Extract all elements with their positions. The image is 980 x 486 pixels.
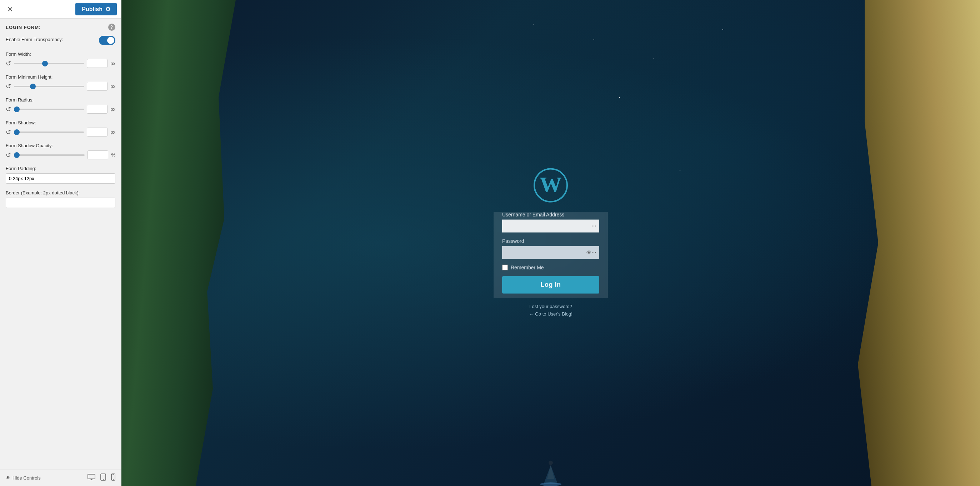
gear-icon: ⚙ bbox=[105, 6, 110, 13]
form-radius-slider-row: ↺ 0 px bbox=[6, 105, 115, 114]
form-shadow-input[interactable]: 0 bbox=[87, 127, 108, 137]
tablet-icon-button[interactable] bbox=[100, 473, 106, 483]
publish-button[interactable]: Publish ⚙ bbox=[75, 3, 117, 15]
remember-me-label: Remember Me bbox=[511, 265, 544, 271]
tablet-icon bbox=[100, 473, 106, 481]
form-shadow-opacity-unit: % bbox=[111, 152, 115, 158]
password-input-wrapper: 👁⋯ bbox=[502, 246, 599, 259]
svg-point-12 bbox=[549, 461, 553, 465]
toggle-track bbox=[99, 36, 115, 45]
panel-content: LOGIN FORM: ? Enable Form Transparency: … bbox=[0, 19, 121, 470]
form-shadow-slider[interactable] bbox=[14, 132, 84, 133]
eye-icon: 👁 bbox=[6, 475, 10, 481]
border-control: Border (Example: 2px dotted black): bbox=[6, 190, 115, 208]
form-min-height-reset[interactable]: ↺ bbox=[6, 83, 11, 90]
form-width-control: Form Width: ↺ 350 px bbox=[6, 51, 115, 68]
form-radius-reset[interactable]: ↺ bbox=[6, 106, 11, 113]
desktop-icon-button[interactable] bbox=[88, 473, 95, 483]
hide-controls-label: Hide Controls bbox=[13, 475, 41, 481]
section-title-text: LOGIN FORM: bbox=[6, 25, 41, 30]
login-container: W Username or Email Address ⋯ Password 👁… bbox=[493, 167, 608, 319]
svg-rect-0 bbox=[88, 474, 95, 479]
form-shadow-slider-row: ↺ 0 px bbox=[6, 127, 115, 137]
form-radius-label: Form Radius: bbox=[6, 97, 115, 102]
right-panel: W Username or Email Address ⋯ Password 👁… bbox=[121, 0, 980, 486]
login-form: Username or Email Address ⋯ Password 👁⋯ … bbox=[493, 212, 608, 298]
remember-me-row: Remember Me bbox=[502, 265, 599, 271]
panel-footer: 👁 Hide Controls bbox=[0, 470, 121, 486]
username-input[interactable] bbox=[502, 220, 599, 233]
wordpress-logo: W bbox=[533, 167, 569, 203]
remember-me-checkbox[interactable] bbox=[502, 265, 508, 271]
panel-header: ✕ Publish ⚙ bbox=[0, 0, 121, 19]
form-width-reset[interactable]: ↺ bbox=[6, 61, 11, 67]
lost-password-link[interactable]: Lost your password? bbox=[529, 304, 573, 309]
person-light bbox=[540, 457, 562, 486]
enable-transparency-row: Enable Form Transparency: bbox=[6, 36, 115, 45]
form-width-label: Form Width: bbox=[6, 51, 115, 57]
form-shadow-opacity-slider-row: ↺ 0 % bbox=[6, 150, 115, 159]
form-radius-unit: px bbox=[110, 107, 115, 112]
username-input-wrapper: ⋯ bbox=[502, 220, 599, 233]
help-icon[interactable]: ? bbox=[108, 24, 115, 31]
device-icons bbox=[88, 473, 115, 483]
username-label: Username or Email Address bbox=[502, 212, 599, 218]
form-min-height-input[interactable]: 200 bbox=[87, 82, 108, 91]
form-radius-control: Form Radius: ↺ 0 px bbox=[6, 97, 115, 114]
form-min-height-unit: px bbox=[110, 84, 115, 89]
form-shadow-reset[interactable]: ↺ bbox=[6, 129, 11, 135]
desktop-icon bbox=[88, 474, 95, 480]
form-min-height-control: Form Minimum Height: ↺ 200 px bbox=[6, 74, 115, 91]
form-min-height-slider-row: ↺ 200 px bbox=[6, 82, 115, 91]
password-label: Password bbox=[502, 238, 599, 244]
mobile-icon-button[interactable] bbox=[111, 473, 115, 483]
left-panel: ✕ Publish ⚙ LOGIN FORM: ? Enable Form Tr… bbox=[0, 0, 121, 486]
form-radius-input[interactable]: 0 bbox=[87, 105, 108, 114]
form-shadow-opacity-label: Form Shadow Opacity: bbox=[6, 143, 115, 148]
svg-marker-13 bbox=[544, 465, 558, 484]
form-shadow-unit: px bbox=[110, 129, 115, 135]
form-min-height-slider[interactable] bbox=[14, 86, 84, 87]
blog-link[interactable]: ← Go to User's Blog! bbox=[529, 311, 573, 317]
mobile-icon bbox=[111, 473, 115, 481]
form-shadow-label: Form Shadow: bbox=[6, 120, 115, 126]
form-width-unit: px bbox=[110, 61, 115, 66]
form-padding-control: Form Padding: bbox=[6, 166, 115, 184]
form-padding-input[interactable] bbox=[6, 173, 115, 184]
border-label: Border (Example: 2px dotted black): bbox=[6, 190, 115, 196]
section-title: LOGIN FORM: ? bbox=[6, 24, 115, 31]
username-group: Username or Email Address ⋯ bbox=[502, 212, 599, 233]
form-shadow-opacity-reset[interactable]: ↺ bbox=[6, 152, 11, 158]
form-links: Lost your password? ← Go to User's Blog! bbox=[529, 304, 573, 319]
svg-point-6 bbox=[113, 479, 114, 480]
enable-transparency-label: Enable Form Transparency: bbox=[6, 37, 63, 42]
form-width-input[interactable]: 350 bbox=[87, 59, 108, 68]
form-width-slider[interactable] bbox=[14, 63, 84, 64]
form-shadow-opacity-input[interactable]: 0 bbox=[88, 150, 108, 159]
form-min-height-label: Form Minimum Height: bbox=[6, 74, 115, 80]
form-radius-slider[interactable] bbox=[14, 108, 84, 110]
username-input-icon: ⋯ bbox=[592, 223, 597, 229]
hide-controls-button[interactable]: 👁 Hide Controls bbox=[6, 475, 41, 481]
form-shadow-opacity-control: Form Shadow Opacity: ↺ 0 % bbox=[6, 143, 115, 159]
password-input[interactable] bbox=[502, 246, 599, 259]
enable-transparency-toggle[interactable] bbox=[99, 36, 115, 45]
password-group: Password 👁⋯ bbox=[502, 238, 599, 259]
svg-text:W: W bbox=[539, 172, 562, 196]
toggle-thumb bbox=[107, 37, 114, 44]
close-button[interactable]: ✕ bbox=[4, 3, 16, 15]
form-width-slider-row: ↺ 350 px bbox=[6, 59, 115, 68]
form-shadow-opacity-slider[interactable] bbox=[14, 155, 84, 156]
form-padding-label: Form Padding: bbox=[6, 166, 115, 171]
login-button[interactable]: Log In bbox=[502, 276, 599, 294]
publish-label: Publish bbox=[82, 6, 102, 13]
border-input[interactable] bbox=[6, 198, 115, 208]
password-toggle-icon[interactable]: 👁⋯ bbox=[586, 250, 597, 255]
form-shadow-control: Form Shadow: ↺ 0 px bbox=[6, 120, 115, 137]
svg-point-4 bbox=[103, 479, 103, 480]
